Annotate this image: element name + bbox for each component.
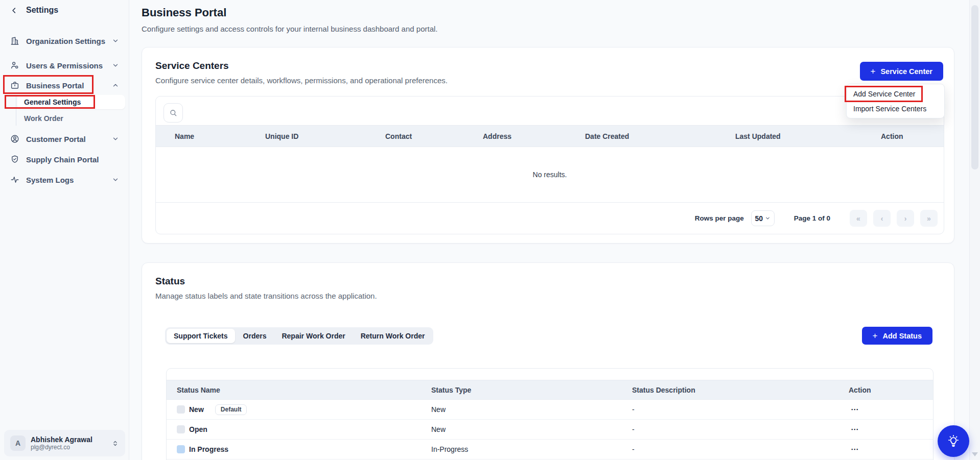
row-actions-button[interactable]: ⋯ — [851, 420, 859, 439]
add-service-center-button-label: Service Center — [880, 67, 932, 76]
sidebar-item-organization-settings[interactable]: Organization Settings — [4, 32, 125, 50]
sidebar-item-label: Business Portal — [26, 81, 84, 90]
table-toolbar — [156, 96, 944, 125]
scrollbar-track — [969, 0, 980, 460]
search-icon — [169, 109, 177, 117]
status-tabs: Support Tickets Orders Repair Work Order… — [165, 327, 433, 345]
sidebar-item-customer-portal[interactable]: Customer Portal — [4, 130, 125, 148]
column-header-name: Name — [175, 126, 194, 147]
status-type: New — [431, 420, 446, 439]
table-row: Open New - ⋯ — [167, 420, 933, 440]
row-actions-button[interactable]: ⋯ — [851, 440, 859, 459]
sidebar-item-label: Supply Chain Portal — [26, 155, 99, 164]
add-service-center-button[interactable]: + Service Center — [860, 62, 944, 81]
status-name: Open — [189, 420, 207, 439]
service-centers-table: Name Unique ID Contact Address Date Crea… — [155, 96, 944, 234]
sidebar-item-system-logs[interactable]: System Logs — [4, 171, 125, 189]
column-header-date-created: Date Created — [585, 126, 629, 147]
page-title: Business Portal — [142, 6, 226, 19]
add-status-button[interactable]: + Add Status — [862, 327, 932, 345]
column-header-address: Address — [483, 126, 511, 147]
chevron-left-icon — [10, 7, 18, 14]
users-icon — [10, 61, 19, 70]
chevron-up-icon — [112, 82, 119, 89]
sidebar-item-users-permissions[interactable]: Users & Permissions — [4, 56, 125, 75]
last-page-button[interactable]: » — [920, 210, 938, 227]
sidebar-subitem-work-order[interactable]: Work Order — [17, 111, 125, 126]
menu-item-add-service-center[interactable]: Add Service Center — [849, 86, 942, 101]
subnav-tree-line — [16, 96, 16, 126]
status-color-swatch — [177, 405, 185, 414]
status-description: - — [632, 400, 635, 419]
settings-title: Settings — [26, 6, 58, 15]
sidebar-subitem-label: Work Order — [24, 114, 63, 123]
rows-per-page-value: 50 — [755, 214, 763, 223]
table-row: New Default New - ⋯ — [167, 400, 933, 420]
status-name: New — [189, 405, 204, 414]
tab-orders[interactable]: Orders — [236, 329, 274, 343]
previous-page-button[interactable]: ‹ — [873, 210, 891, 227]
first-page-button[interactable]: « — [850, 210, 867, 227]
status-color-swatch — [177, 445, 185, 453]
activity-icon — [10, 175, 19, 184]
page-subtitle: Configure settings and access controls f… — [142, 25, 438, 33]
settings-back-button[interactable]: Settings — [10, 3, 58, 18]
default-badge: Default — [215, 404, 247, 415]
sidebar-item-label: Customer Portal — [26, 135, 86, 143]
status-description: - — [632, 420, 635, 439]
service-center-dropdown-menu: Add Service Center Import Service Center… — [846, 84, 945, 118]
service-centers-heading: Service Centers — [155, 60, 229, 71]
lightbulb-icon — [946, 433, 961, 449]
user-menu[interactable]: A Abhishek Agrawal plg@dyrect.co — [4, 430, 125, 456]
sidebar-item-business-portal[interactable]: Business Portal — [4, 76, 125, 94]
sidebar: Settings Organization Settings Users & P… — [0, 0, 129, 460]
briefcase-icon — [10, 81, 19, 90]
sidebar-item-supply-chain-portal[interactable]: Supply Chain Portal — [4, 150, 125, 168]
help-lightbulb-button[interactable] — [938, 425, 969, 457]
avatar: A — [10, 435, 26, 451]
main-content: Business Portal Configure settings and a… — [129, 0, 980, 460]
status-type: In-Progress — [431, 440, 468, 459]
status-subtitle: Manage status labels and state transitio… — [155, 292, 377, 300]
sidebar-item-label: System Logs — [26, 176, 74, 184]
scrollbar-thumb[interactable] — [971, 5, 978, 170]
sidebar-subitem-general-settings[interactable]: General Settings — [17, 95, 125, 109]
column-header-last-updated: Last Updated — [735, 126, 781, 147]
column-header-status-name: Status Name — [177, 380, 220, 399]
sidebar-item-label: Users & Permissions — [26, 61, 103, 70]
status-type: New — [431, 400, 446, 419]
tab-repair-work-order[interactable]: Repair Work Order — [274, 329, 352, 343]
pagination-bar: Rows per page 50 Page 1 of 0 « ‹ › » — [156, 202, 944, 234]
service-centers-subtitle: Configure service center details, workfl… — [155, 76, 448, 85]
chevron-down-icon — [112, 37, 119, 44]
page-info-label: Page 1 of 0 — [794, 214, 830, 222]
status-heading: Status — [155, 276, 185, 287]
empty-state-text: No results. — [533, 171, 567, 179]
service-centers-card: Service Centers Configure service center… — [142, 47, 954, 244]
menu-item-import-service-centers[interactable]: Import Service Centers — [849, 101, 942, 116]
table-row: In Progress In-Progress - ⋯ — [167, 440, 933, 459]
column-header-contact: Contact — [385, 126, 412, 147]
add-status-button-label: Add Status — [882, 332, 922, 340]
user-name: Abhishek Agrawal — [31, 435, 92, 444]
tab-return-work-order[interactable]: Return Work Order — [354, 329, 432, 343]
chevron-down-icon — [112, 135, 119, 142]
column-header-status-description: Status Description — [632, 380, 695, 399]
column-header-unique-id: Unique ID — [265, 126, 298, 147]
table-header-row: Status Name Status Type Status Descripti… — [167, 380, 933, 400]
chevron-down-icon — [112, 62, 119, 69]
rows-per-page-select[interactable]: 50 — [751, 210, 775, 226]
user-email: plg@dyrect.co — [31, 444, 92, 451]
sidebar-item-label: Organization Settings — [26, 37, 105, 45]
chevron-down-icon — [112, 176, 119, 183]
row-actions-button[interactable]: ⋯ — [851, 400, 859, 419]
shield-check-icon — [10, 155, 19, 164]
plus-icon: + — [873, 331, 878, 340]
column-header-action: Action — [849, 380, 871, 399]
sidebar-subitem-label: General Settings — [24, 98, 81, 106]
tab-support-tickets[interactable]: Support Tickets — [167, 329, 235, 343]
table-header-row: Name Unique ID Contact Address Date Crea… — [156, 125, 944, 147]
scrollbar-down-arrow[interactable] — [972, 452, 978, 456]
search-input[interactable] — [164, 103, 183, 123]
next-page-button[interactable]: › — [897, 210, 914, 227]
